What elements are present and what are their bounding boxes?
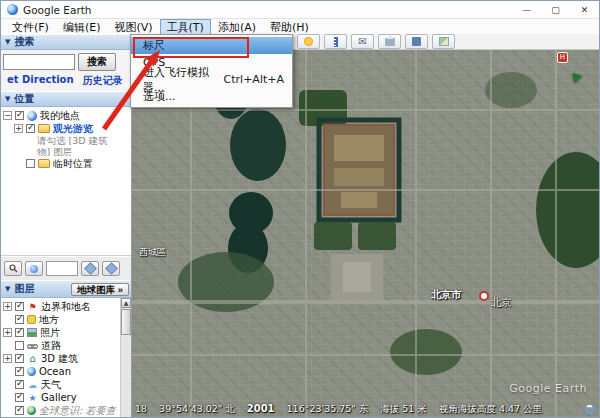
status-elevation: 海拔 51 米 — [380, 403, 427, 416]
google-earth-logo-icon — [7, 4, 18, 15]
layer-row-weather[interactable]: ☁ 天气 — [1, 378, 119, 391]
checkbox[interactable] — [15, 393, 24, 402]
close-button[interactable]: ✕ — [570, 1, 599, 18]
search-places-button[interactable] — [4, 261, 22, 276]
places-panel-header[interactable]: ▼ 位置 — [1, 91, 131, 107]
layers-scrollbar[interactable]: ▲ ▼ — [120, 298, 131, 417]
place-label[interactable]: 观光游览 — [53, 122, 93, 136]
menu-item-options[interactable]: 选项... — [131, 88, 292, 105]
view-in-maps-icon[interactable] — [432, 34, 455, 49]
layer-label[interactable]: 照片 — [40, 326, 60, 340]
place-label[interactable]: 临时位置 — [53, 157, 93, 171]
place-row-temporary[interactable]: 临时位置 — [1, 157, 131, 170]
play-tour-button[interactable] — [25, 261, 43, 276]
layer-label[interactable]: Gallery — [41, 392, 77, 403]
expander-icon[interactable]: − — [3, 111, 12, 120]
menu-file[interactable]: 文件(F) — [5, 19, 56, 36]
search-input[interactable] — [3, 54, 75, 70]
places-tag-icon — [27, 315, 36, 324]
email-icon[interactable]: ✉ — [351, 34, 374, 49]
layer-label[interactable]: 道路 — [41, 339, 61, 353]
city-label: 北京 — [491, 296, 511, 310]
expander-icon[interactable]: + — [14, 124, 23, 133]
place-row-my-places[interactable]: − 我的地点 — [1, 109, 131, 122]
earth-gallery-button[interactable]: 地球图库 » — [71, 283, 129, 296]
layers-panel-title: 图层 — [14, 282, 34, 296]
google-earth-window: Google Earth — ▢ ✕ 文件(F) 编辑(E) 视图(V) 工具(… — [0, 0, 600, 418]
menu-help[interactable]: 帮助(H) — [263, 19, 316, 36]
checkbox[interactable] — [15, 315, 24, 324]
place-label[interactable]: 我的地点 — [40, 109, 80, 123]
scrollbar-thumb[interactable] — [121, 309, 131, 335]
status-latitude: 39°54'43.02" 北 — [159, 403, 235, 416]
streaming-progress-icon — [585, 405, 594, 414]
layer-row-photos[interactable]: + 照片 — [1, 326, 119, 339]
checkbox[interactable] — [15, 380, 24, 389]
checkbox[interactable] — [15, 354, 24, 363]
menu-shortcut: Ctrl+Alt+A — [212, 73, 284, 86]
minimize-button[interactable]: — — [512, 1, 541, 18]
maximize-button[interactable]: ▢ — [541, 1, 570, 18]
checkbox[interactable] — [26, 159, 35, 168]
history-link[interactable]: 历史记录 — [83, 74, 123, 88]
layer-label[interactable]: 全球意识: 若要查 — [39, 404, 116, 418]
menu-item-flight-simulator[interactable]: 进入飞行模拟器... Ctrl+Alt+A — [131, 71, 292, 88]
diamond-icon — [105, 262, 118, 275]
layers-tree: + ⚑ 边界和地名 地方 + 照片 道路 — [1, 298, 131, 417]
checkbox[interactable] — [15, 406, 24, 415]
expander-icon[interactable]: + — [3, 302, 12, 311]
sunlight-icon[interactable] — [297, 34, 320, 49]
google-earth-watermark: Google Earth — [509, 382, 587, 395]
places-tree: − 我的地点 + 观光游览 请勾选 [3D 建筑物] 图层 临时位置 — [1, 107, 131, 256]
layer-row-global-awareness[interactable]: 全球意识: 若要查 — [1, 404, 119, 417]
save-image-icon[interactable] — [405, 34, 428, 49]
get-directions-link[interactable]: et Direction — [7, 74, 74, 88]
layer-row-borders[interactable]: + ⚑ 边界和地名 — [1, 300, 119, 313]
menu-tools[interactable]: 工具(T) — [160, 19, 211, 36]
google-earth-icon — [27, 111, 37, 121]
menu-view[interactable]: 视图(V) — [107, 19, 159, 36]
scroll-up-icon[interactable]: ▲ — [121, 298, 131, 308]
layer-label[interactable]: 地方 — [39, 313, 59, 327]
places-filter-input[interactable] — [46, 261, 78, 276]
layer-row-3d-buildings[interactable]: + ⌂ 3D 建筑 — [1, 352, 119, 365]
status-fragment: 18 — [135, 403, 147, 414]
prev-item-button[interactable] — [81, 261, 99, 276]
layer-label[interactable]: 3D 建筑 — [41, 352, 78, 366]
menu-item-label: 选项... — [143, 89, 176, 104]
collapse-triangle-icon: ▼ — [5, 285, 10, 293]
menu-add[interactable]: 添加(A) — [211, 19, 263, 36]
layer-label[interactable]: 边界和地名 — [41, 300, 91, 314]
layer-label[interactable]: Ocean — [39, 366, 71, 377]
search-panel-header[interactable]: ▼ 搜索 — [1, 34, 131, 50]
search-button[interactable]: 搜索 — [78, 53, 116, 71]
layer-label[interactable]: 更多 — [39, 417, 59, 418]
expander-icon[interactable]: + — [3, 328, 12, 337]
layer-row-ocean[interactable]: Ocean — [1, 365, 119, 378]
checkbox[interactable] — [15, 328, 24, 337]
menu-item-ruler[interactable]: 标尺 — [131, 37, 292, 54]
layer-label[interactable]: 天气 — [41, 378, 61, 392]
folder-icon — [38, 124, 50, 133]
menu-edit[interactable]: 编辑(E) — [56, 19, 108, 36]
checkbox[interactable] — [15, 367, 24, 376]
layer-row-gallery[interactable]: ★ Gallery — [1, 391, 119, 404]
status-imagery-date: 2001 — [247, 403, 275, 414]
checkbox[interactable] — [15, 302, 24, 311]
layer-row-roads[interactable]: 道路 — [1, 339, 119, 352]
place-row-sightseeing[interactable]: + 观光游览 — [1, 122, 131, 135]
layer-row-places[interactable]: 地方 — [1, 313, 119, 326]
checkbox[interactable] — [26, 124, 35, 133]
places-toolbar — [1, 256, 131, 280]
next-item-button[interactable] — [102, 261, 120, 276]
folder-icon — [38, 159, 50, 168]
layers-panel-header[interactable]: ▼ 图层 地球图库 » — [1, 280, 131, 298]
expander-icon[interactable]: + — [3, 354, 12, 363]
checkbox[interactable] — [15, 341, 24, 350]
print-icon[interactable] — [378, 34, 401, 49]
checkbox[interactable] — [15, 111, 24, 120]
sidebar: ▼ 搜索 搜索 et Direction 历史记录 ▼ 位置 − 我的地点 + — [1, 34, 132, 417]
status-bar: 18 39°54'43.02" 北 2001 116°23'35.75" 东 海… — [135, 403, 579, 416]
building-icon: ⌂ — [27, 354, 38, 364]
ruler-icon[interactable] — [324, 34, 347, 49]
